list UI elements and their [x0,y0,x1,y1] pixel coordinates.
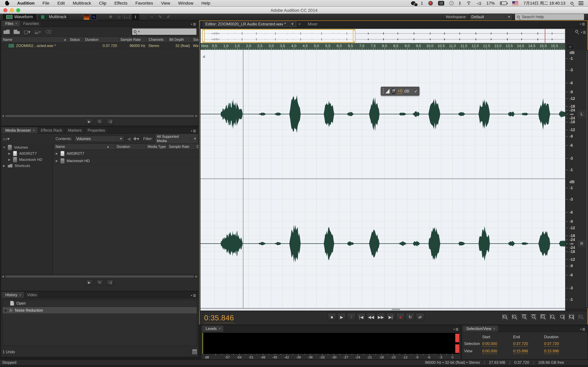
add-shortcut-icon[interactable]: ✚▾ [133,136,139,142]
collapsed-icon[interactable]: ▶ [3,164,6,167]
column-header-bit-depth[interactable]: Bit Depth [167,37,191,42]
time-display[interactable]: 0:35.846 [204,314,234,323]
menu-item-favorites[interactable]: Favorites [135,1,153,6]
gain-value[interactable]: +0 [398,89,402,94]
zoom-out-vertical-button[interactable]: − [511,313,519,321]
zoom-to-out-point-button[interactable] [558,313,566,321]
volume-hud[interactable]: +0 dB ➶ [381,87,419,96]
menu-item-multitrack[interactable]: Multitrack [73,1,91,6]
menu-item-file[interactable]: File [43,1,50,6]
snap-magnet-button[interactable]: ∩ [566,44,574,50]
pin-icon[interactable]: ➶ [414,89,418,94]
battery-icon[interactable] [500,1,507,5]
trash-icon[interactable] [192,350,197,354]
collapsed-icon[interactable]: ▶ [8,152,11,155]
editor-tab[interactable]: Editor: ZOOM0020_LR Audio Extracted.wav … [203,21,296,27]
zoom-in-vertical-button[interactable]: + [501,313,510,321]
zoom-presets-icon[interactable] [575,30,578,33]
loop-playback-button[interactable]: ↻ [406,313,415,321]
menu-clock[interactable]: 7月14日 周二 18:40:13 [524,0,565,6]
column-header-sample-rate[interactable]: Sample Rate [167,144,195,150]
panel-menu-icon[interactable]: ▾≣ [453,327,461,332]
paintbrush-selection-tool[interactable]: ✎ [157,14,164,20]
zoom-reset-button[interactable]: + [577,313,585,321]
tree-item-volumes[interactable]: ▼Volumes [1,144,52,150]
wifi-icon[interactable] [467,1,472,5]
column-header-duration[interactable]: Duration [83,37,119,42]
selection-start-value[interactable]: 0:00.000 [482,342,497,347]
keyboard-icon[interactable] [438,1,444,6]
menu-item-clip[interactable]: Clip [99,1,106,6]
history-tab-video[interactable]: Video [24,292,40,298]
media-browser-tab-properties[interactable]: Properties [85,127,108,133]
media-browser-tab-media-browser[interactable]: Media Browser× [3,127,38,133]
playhead-cursor[interactable] [243,50,243,308]
close-icon[interactable]: × [218,326,221,331]
skip-selection-button[interactable]: ⇄ [416,313,424,321]
rewind-button[interactable]: ◀◀ [367,313,375,321]
insert-into-multitrack-icon[interactable]: ⬓▾ [34,29,41,34]
skip-to-end-button[interactable]: ▶| [386,313,395,321]
scroll-left-icon[interactable]: ◀ [1,114,5,117]
fast-forward-button[interactable]: ▶▶ [377,313,385,321]
move-tool[interactable]: ✥ [107,14,114,20]
scrollbar-handle[interactable] [586,50,588,308]
close-icon[interactable]: × [33,128,35,133]
view-duration-value[interactable]: 0:15.996 [544,349,559,354]
time-selection-tool[interactable]: Ｉ [132,14,139,20]
preview-play-button[interactable]: ▶ [86,119,93,125]
preview-volume-button[interactable]: ◁) [107,119,114,125]
notification-center-icon[interactable] [579,1,583,5]
filter-dropdown[interactable]: All Supported Media ▼ [155,133,198,144]
scroll-right-icon[interactable]: ▶ [195,275,198,278]
menu-item-audition[interactable]: Audition [17,1,35,6]
clip-indicator-right[interactable] [455,344,459,353]
column-header-source-format[interactable]: Source Format [191,37,199,42]
record-status-icon[interactable] [428,1,433,6]
scrollbar-handle[interactable] [5,115,194,117]
panel-menu-icon[interactable]: ▾≣ [580,22,587,26]
view-start-value[interactable]: 0:00.000 [482,349,497,354]
column-header-name[interactable]: Name ▲ [1,37,68,42]
media-browser-tab-effects-rack[interactable]: Effects Rack [38,127,65,133]
menu-item-help[interactable]: Help [201,1,210,6]
view-range-indicator[interactable] [203,29,355,43]
back-icon[interactable]: ◀ [127,136,131,142]
gain-knob[interactable] [391,88,396,94]
close-icon[interactable]: × [493,326,495,331]
media-row-a003r2t7[interactable]: ▶A003R2T7 [54,150,198,157]
preview-volume-button[interactable]: ◁) [107,280,114,286]
workspace-dropdown[interactable]: Default ▼ [469,14,512,20]
selection-end-value[interactable]: 0:37.720 [513,342,528,347]
record-button[interactable]: ● [396,313,405,321]
channel-l-button[interactable]: L [578,111,585,117]
volume-icon[interactable]: ◁) [477,1,481,6]
column-header-media-type[interactable]: Media Type [146,144,167,150]
spot-healing-brush-tool[interactable]: ✐ [165,14,172,20]
amplitude-scale[interactable]: dB-1-1-3-3-6-6-9-9-12-12-18-18-24-24-∞Ld… [565,50,585,308]
history-item-noise-reduction[interactable]: ▶fxNoise Reduction [3,307,197,314]
zoom-out-horizontal-button[interactable]: − [530,313,538,321]
menu-item-view[interactable]: View [161,1,170,6]
panel-menu-icon[interactable]: ▾≣ [191,22,198,27]
lasso-selection-tool[interactable]: ○ [148,14,156,20]
preview-loop-button[interactable]: ↻ [96,119,103,125]
panel-menu-icon[interactable]: ▾≣ [580,327,588,332]
waveform-display-toggle[interactable]: ∿ [91,14,97,20]
new-file-icon[interactable]: ▢▾ [24,29,30,34]
overview-playhead[interactable] [545,29,545,43]
zoom-out-full-button[interactable]: − [539,313,547,321]
vertical-scrollbar[interactable] [586,50,588,308]
browser-view-icon[interactable]: ▭▾ [3,136,9,142]
preview-loop-button[interactable]: ↻ [96,280,103,286]
multitrack-mode-button[interactable]: Multitrack [38,14,70,20]
range-start-handle[interactable] [202,30,205,42]
tree-item-shortcuts[interactable]: ▶Shortcuts [1,163,52,169]
close-icon[interactable]: × [298,22,301,26]
view-end-value[interactable]: 0:15.996 [513,349,528,354]
close-icon[interactable]: × [19,293,21,297]
chevron-down-icon[interactable]: ▼ [288,22,294,26]
menu-item-window[interactable]: Window [178,1,193,6]
tree-item-macintosh-hd[interactable]: ▶Macintosh HD [1,157,52,163]
scrollbar-handle[interactable] [5,275,194,278]
